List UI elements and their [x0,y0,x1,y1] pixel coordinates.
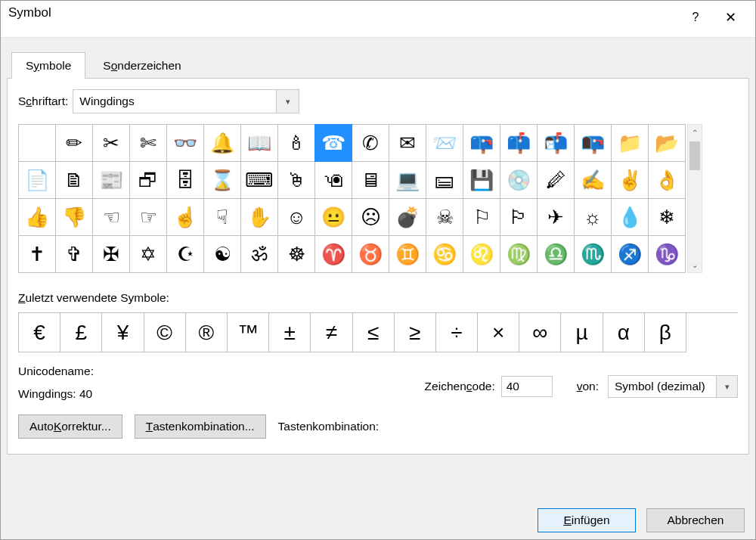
scroll-down-icon[interactable]: ⌄ [688,257,702,272]
symbol-cell[interactable]: ✝ [19,236,56,273]
symbol-cell[interactable]: 🗗 [130,162,167,199]
symbol-cell[interactable]: ✈ [538,199,575,236]
chevron-down-icon[interactable]: ▾ [716,376,737,397]
symbol-cell[interactable]: 🕯 [278,125,315,162]
symbol-cell[interactable]: 🔔 [204,125,241,162]
symbol-cell[interactable]: 📁 [612,125,649,162]
symbol-cell[interactable]: ✆ [352,125,389,162]
symbol-cell[interactable]: ☯ [204,236,241,273]
char-code-input[interactable] [501,376,553,397]
symbol-cell[interactable]: ♉ [352,236,389,273]
recent-cell[interactable]: α [603,313,645,352]
symbol-cell[interactable]: ♐ [612,236,649,273]
recent-cell[interactable]: ÷ [436,313,478,352]
symbol-cell[interactable] [19,125,56,162]
symbol-grid[interactable]: ✏✂✄👓🔔📖🕯☎✆✉📨📪📫📬📭📁📂📄🗎📰🗗🗄⌛⌨🖰🖲🖥💻🖴💾💿🖉✍✌👌👍👎☜☞☝… [18,124,686,273]
recent-cell[interactable]: ™ [228,313,269,352]
symbol-cell[interactable]: ☞ [130,199,167,236]
chevron-down-icon[interactable]: ▾ [276,90,299,113]
scroll-up-icon[interactable]: ⌃ [688,125,702,140]
recent-grid[interactable]: €£¥©®™±≠≤≥÷×∞µαβ [18,312,738,352]
symbol-cell[interactable]: ☠ [426,199,463,236]
recent-cell[interactable]: € [19,313,60,352]
recent-cell[interactable]: ¥ [102,313,144,352]
symbol-cell[interactable]: 📫 [500,125,538,162]
symbol-cell[interactable]: 👎 [56,199,93,236]
symbol-cell[interactable]: 🗄 [167,162,204,199]
help-button[interactable]: ? [678,5,713,29]
shortcut-button[interactable]: Tastenkombination... [135,414,266,439]
symbol-cell[interactable]: 🗎 [56,162,93,199]
recent-cell[interactable]: ® [186,313,228,352]
symbol-cell[interactable]: ✏ [56,125,93,162]
symbol-cell[interactable]: ☜ [93,199,130,236]
symbol-cell[interactable]: ✡ [130,236,167,273]
symbol-cell[interactable]: ♋ [426,236,463,273]
symbol-cell[interactable]: 🖥 [352,162,389,199]
symbol-cell[interactable]: 📄 [19,162,56,199]
symbol-cell[interactable]: ♈ [315,236,352,273]
tab-special[interactable]: Sonderzeichen [88,52,195,79]
symbol-cell[interactable]: 💿 [500,162,538,199]
symbol-cell[interactable]: 💣 [389,199,426,236]
symbol-cell[interactable]: ⌨ [241,162,278,199]
scroll-thumb[interactable] [689,141,700,170]
symbol-cell[interactable]: ✠ [93,236,130,273]
symbol-cell[interactable]: ☹ [352,199,389,236]
symbol-cell[interactable]: 👍 [19,199,56,236]
symbol-cell[interactable]: ⚐ [463,199,500,236]
symbol-cell[interactable]: ॐ [241,236,278,273]
symbol-cell[interactable]: 💾 [463,162,500,199]
font-select[interactable]: ▾ [73,89,299,113]
symbol-cell[interactable]: ✄ [130,125,167,162]
symbol-cell[interactable]: ⌛ [204,162,241,199]
symbol-cell[interactable]: 📂 [649,125,686,162]
insert-button[interactable]: Einfügen [538,508,636,532]
symbol-cell[interactable]: ☎ [315,125,352,162]
symbol-cell[interactable]: 🖲 [315,162,352,199]
symbol-cell[interactable]: 📰 [93,162,130,199]
symbol-cell[interactable]: ✂ [93,125,130,162]
recent-cell[interactable]: ≤ [353,313,395,352]
scrollbar-vertical[interactable]: ⌃ ⌄ [687,124,702,273]
symbol-cell[interactable]: ✉ [389,125,426,162]
symbol-cell[interactable]: ✌ [612,162,649,199]
recent-cell[interactable]: £ [60,313,102,352]
tab-symbols[interactable]: Symbole [11,52,85,79]
autocorrect-button[interactable]: AutoKorrektur... [18,414,122,439]
recent-cell[interactable]: µ [561,313,603,352]
recent-cell[interactable]: ± [269,313,311,352]
symbol-cell[interactable]: 📬 [538,125,575,162]
symbol-cell[interactable]: ♌ [463,236,500,273]
recent-cell[interactable]: © [144,313,186,352]
symbol-cell[interactable]: 🖰 [278,162,315,199]
symbol-cell[interactable]: 📨 [426,125,463,162]
recent-cell[interactable]: ≠ [311,313,352,352]
symbol-cell[interactable]: 🖉 [538,162,575,199]
symbol-cell[interactable]: ♍ [500,236,538,273]
from-select[interactable]: Symbol (dezimal) ▾ [608,375,738,398]
close-button[interactable]: ✕ [713,5,748,29]
symbol-cell[interactable]: ✍ [575,162,612,199]
symbol-cell[interactable]: 🖴 [426,162,463,199]
symbol-cell[interactable]: 📭 [575,125,612,162]
symbol-cell[interactable]: ♏ [575,236,612,273]
symbol-cell[interactable]: ♑ [649,236,686,273]
symbol-cell[interactable]: ☪ [167,236,204,273]
symbol-cell[interactable]: 👓 [167,125,204,162]
symbol-cell[interactable]: 💻 [389,162,426,199]
symbol-cell[interactable]: ☼ [575,199,612,236]
font-input[interactable] [73,90,276,113]
symbol-cell[interactable]: ♊ [389,236,426,273]
symbol-cell[interactable]: 👌 [649,162,686,199]
symbol-cell[interactable]: ☸ [278,236,315,273]
symbol-cell[interactable]: 📪 [463,125,500,162]
symbol-cell[interactable]: 📖 [241,125,278,162]
recent-cell[interactable]: × [478,313,519,352]
symbol-cell[interactable]: 😐 [315,199,352,236]
symbol-cell[interactable]: ☟ [204,199,241,236]
symbol-cell[interactable]: ☺ [278,199,315,236]
recent-cell[interactable]: ≥ [395,313,436,352]
symbol-cell[interactable]: 💧 [612,199,649,236]
cancel-button[interactable]: Abbrechen [646,508,745,532]
